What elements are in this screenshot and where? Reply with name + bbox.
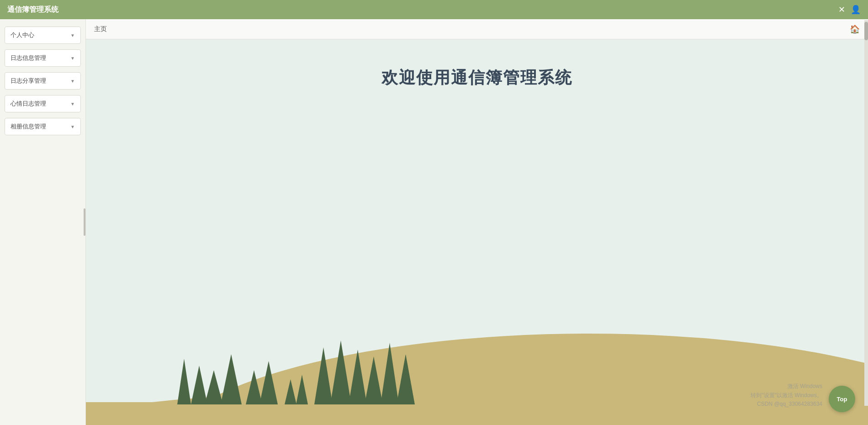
chevron-down-icon: ▼ xyxy=(70,124,75,129)
breadcrumb: 主页 xyxy=(94,25,107,33)
chevron-down-icon: ▼ xyxy=(70,56,75,61)
sidebar-item-label: 相册信息管理 xyxy=(11,122,46,131)
sidebar-item-personal-center[interactable]: 个人中心 ▼ xyxy=(5,27,81,44)
main-layout: 个人中心 ▼ 日志信息管理 ▼ 日志分享管理 ▼ 心情日志管理 ▼ 相册信息管理… xyxy=(0,19,868,425)
user-button[interactable]: 👤 xyxy=(851,5,861,14)
sidebar-item-diary-share[interactable]: 日志分享管理 ▼ xyxy=(5,72,81,90)
svg-marker-3 xyxy=(191,366,207,404)
scroll-to-top-button[interactable]: Top xyxy=(829,386,855,412)
close-button[interactable]: ✕ xyxy=(838,5,845,14)
sidebar-item-album[interactable]: 相册信息管理 ▼ xyxy=(5,118,81,135)
welcome-section: 欢迎使用通信簿管理系统 xyxy=(86,39,868,425)
sidebar-scrollbar xyxy=(84,208,85,236)
sidebar-item-mood-diary[interactable]: 心情日志管理 ▼ xyxy=(5,95,81,112)
chevron-down-icon: ▼ xyxy=(70,79,75,84)
sidebar-item-label: 日志分享管理 xyxy=(11,77,46,85)
landscape-illustration xyxy=(86,270,868,425)
breadcrumb-bar: 主页 🏠 xyxy=(86,19,868,39)
sidebar-item-diary-info[interactable]: 日志信息管理 ▼ xyxy=(5,49,81,67)
svg-marker-2 xyxy=(177,359,191,404)
svg-marker-5 xyxy=(221,354,242,404)
content-scrollbar[interactable] xyxy=(864,20,868,406)
home-icon: 🏠 xyxy=(850,24,860,34)
welcome-title: 欢迎使用通信簿管理系统 xyxy=(86,67,868,89)
content-area: 主页 🏠 欢迎使用通信簿管理系统 xyxy=(86,19,868,425)
chevron-down-icon: ▼ xyxy=(70,33,75,38)
svg-marker-4 xyxy=(205,370,223,404)
header-actions: ✕ 👤 xyxy=(838,5,861,14)
sidebar-item-label: 日志信息管理 xyxy=(11,54,46,62)
sidebar: 个人中心 ▼ 日志信息管理 ▼ 日志分享管理 ▼ 心情日志管理 ▼ 相册信息管理… xyxy=(0,19,86,425)
sidebar-item-label: 心情日志管理 xyxy=(11,100,46,108)
sidebar-item-label: 个人中心 xyxy=(11,31,34,39)
scrollbar-thumb xyxy=(864,22,868,40)
app-header: 通信簿管理系统 ✕ 👤 xyxy=(0,0,868,19)
chevron-down-icon: ▼ xyxy=(70,101,75,106)
app-title: 通信簿管理系统 xyxy=(7,5,58,15)
